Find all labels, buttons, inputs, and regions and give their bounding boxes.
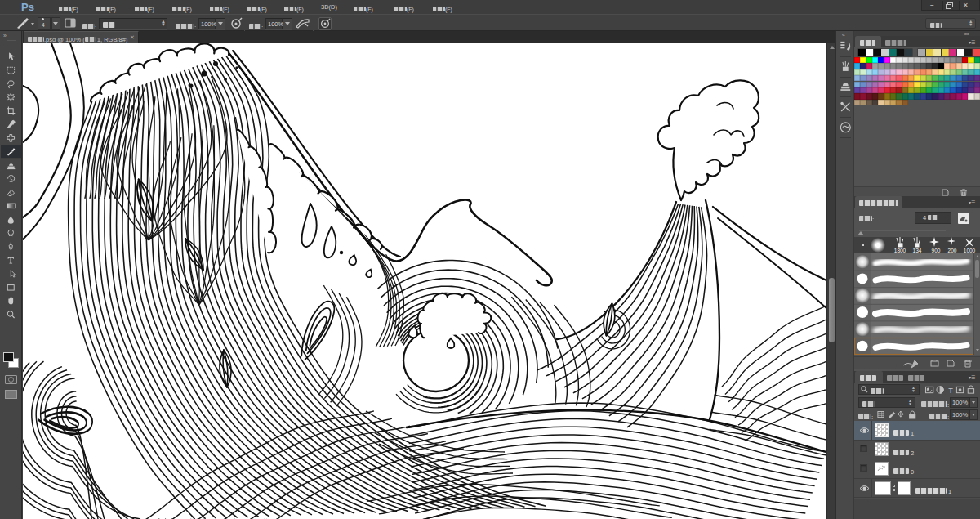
svg-text:T: T	[948, 387, 953, 395]
svg-text:200: 200	[948, 248, 957, 253]
svg-text:134: 134	[913, 248, 922, 253]
svg-text:1800: 1800	[894, 248, 906, 253]
svg-text:1000: 1000	[964, 248, 976, 253]
svg-text:900: 900	[932, 248, 941, 253]
